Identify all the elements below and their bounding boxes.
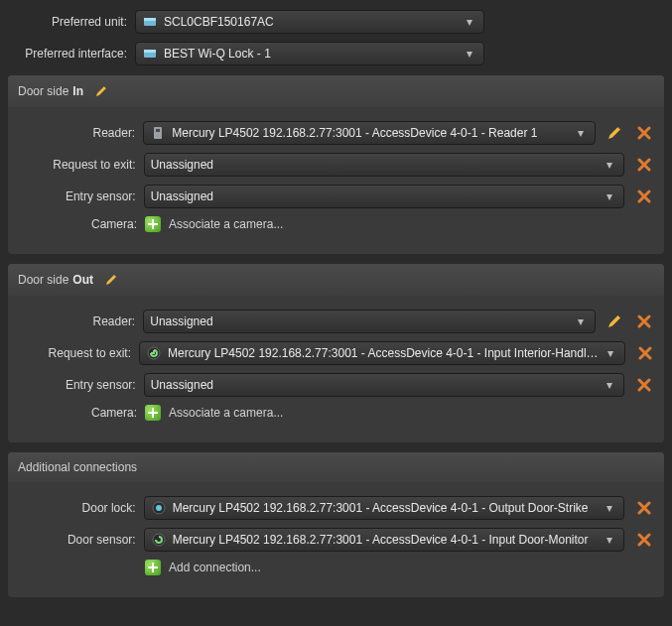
chevron-down-icon: ▾ [602, 378, 617, 392]
associate-camera-button[interactable]: Associate a camera... [145, 216, 283, 232]
chevron-down-icon: ▾ [462, 15, 477, 29]
associate-camera-text: Associate a camera... [169, 406, 283, 420]
chevron-down-icon: ▾ [602, 158, 617, 172]
door-in-reader-value: Mercury LP4502 192.168.2.77:3001 - Acces… [172, 126, 572, 140]
chevron-down-icon: ▾ [602, 501, 617, 515]
door-sensor-value: Mercury LP4502 192.168.2.77:3001 - Acces… [173, 533, 603, 547]
input-icon [151, 532, 167, 548]
door-in-header-prefix: Door side [18, 84, 68, 98]
chevron-down-icon: ▾ [462, 47, 477, 61]
door-sensor-dropdown[interactable]: Mercury LP4502 192.168.2.77:3001 - Acces… [144, 528, 625, 552]
door-in-sensor-value: Unassigned [151, 189, 603, 203]
chevron-down-icon: ▾ [602, 533, 617, 547]
edit-icon[interactable] [605, 312, 625, 331]
door-in-header: Door side In [8, 75, 664, 107]
camera-label: Camera: [18, 217, 145, 231]
door-out-reader-dropdown[interactable]: Unassigned ▾ [143, 310, 595, 333]
add-connection-text: Add connection... [169, 561, 261, 574]
delete-icon[interactable] [634, 498, 654, 518]
door-out-rex-dropdown[interactable]: Mercury LP4502 192.168.2.77:3001 - Acces… [139, 341, 625, 365]
preferred-interface-label: Preferred interface: [8, 47, 135, 61]
door-lock-dropdown[interactable]: Mercury LP4502 192.168.2.77:3001 - Acces… [144, 496, 625, 520]
plus-icon [145, 405, 161, 421]
door-side-in-panel: Door side In Reader: Mercury LP4502 192.… [8, 75, 664, 254]
door-out-header: Door side Out [8, 264, 664, 296]
door-side-out-panel: Door side Out Reader: Unassigned ▾ Reque… [8, 264, 664, 442]
chevron-down-icon: ▾ [602, 189, 617, 203]
associate-camera-text: Associate a camera... [169, 217, 283, 231]
svg-rect-5 [156, 129, 160, 132]
chevron-down-icon: ▾ [573, 314, 589, 328]
door-in-sensor-dropdown[interactable]: Unassigned ▾ [144, 185, 625, 208]
door-out-sensor-value: Unassigned [151, 378, 603, 392]
delete-icon[interactable] [634, 123, 654, 143]
output-icon [151, 500, 167, 516]
door-in-rex-value: Unassigned [151, 158, 603, 172]
input-icon [146, 345, 162, 361]
plus-icon [145, 216, 161, 232]
associate-camera-button[interactable]: Associate a camera... [145, 405, 283, 421]
door-in-header-side: In [72, 84, 83, 98]
door-out-header-side: Out [72, 273, 93, 287]
preferred-interface-dropdown[interactable]: BEST Wi-Q Lock - 1 ▾ [135, 42, 484, 65]
reader-label: Reader: [18, 314, 143, 328]
preferred-interface-value: BEST Wi-Q Lock - 1 [164, 47, 462, 61]
rex-label: Request to exit: [18, 158, 144, 172]
svg-rect-1 [144, 18, 156, 21]
edit-icon[interactable] [605, 123, 625, 143]
delete-icon[interactable] [634, 187, 654, 206]
entry-sensor-label: Entry sensor: [18, 189, 144, 203]
device-icon [142, 14, 158, 30]
delete-icon[interactable] [634, 530, 654, 550]
edit-icon[interactable] [91, 81, 111, 101]
plus-icon [145, 560, 161, 575]
door-lock-value: Mercury LP4502 192.168.2.77:3001 - Acces… [173, 501, 603, 515]
reader-label: Reader: [18, 126, 143, 140]
delete-icon[interactable] [634, 155, 654, 175]
svg-rect-3 [144, 50, 156, 53]
svg-point-8 [156, 505, 162, 511]
entry-sensor-label: Entry sensor: [18, 378, 144, 392]
delete-icon[interactable] [635, 343, 654, 363]
preferred-unit-dropdown[interactable]: SCL0CBF150167AC ▾ [135, 10, 484, 34]
delete-icon[interactable] [634, 312, 654, 331]
door-out-rex-value: Mercury LP4502 192.168.2.77:3001 - Acces… [168, 346, 603, 360]
door-out-reader-value: Unassigned [150, 314, 572, 328]
add-connection-button[interactable]: Add connection... [145, 560, 261, 575]
preferred-unit-value: SCL0CBF150167AC [164, 15, 462, 29]
svg-point-9 [153, 534, 165, 546]
preferred-unit-label: Preferred unit: [8, 15, 135, 29]
door-out-sensor-dropdown[interactable]: Unassigned ▾ [144, 373, 625, 397]
door-out-header-prefix: Door side [18, 273, 68, 287]
camera-label: Camera: [18, 406, 145, 420]
door-in-rex-dropdown[interactable]: Unassigned ▾ [144, 153, 625, 177]
device-icon [142, 46, 158, 62]
svg-rect-4 [154, 127, 162, 139]
chevron-down-icon: ▾ [573, 126, 589, 140]
reader-icon [150, 125, 166, 141]
additional-connections-panel: Additional connections Door lock: Mercur… [8, 452, 664, 597]
door-in-reader-dropdown[interactable]: Mercury LP4502 192.168.2.77:3001 - Acces… [143, 121, 595, 145]
rex-label: Request to exit: [18, 346, 139, 360]
additional-header: Additional connections [8, 452, 664, 482]
door-sensor-label: Door sensor: [18, 533, 144, 547]
door-lock-label: Door lock: [18, 501, 144, 515]
delete-icon[interactable] [634, 375, 654, 395]
chevron-down-icon: ▾ [603, 346, 618, 360]
edit-icon[interactable] [101, 270, 121, 290]
